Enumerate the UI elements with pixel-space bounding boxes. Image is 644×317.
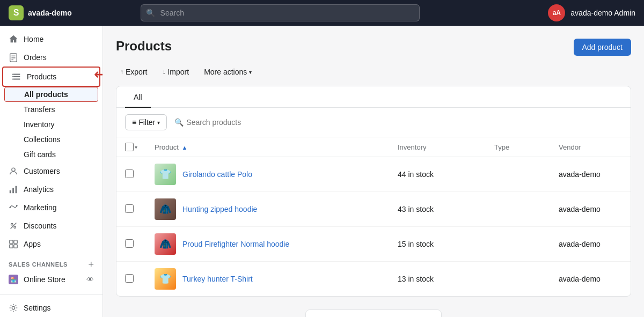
sidebar-item-customers[interactable]: Customers bbox=[0, 162, 103, 180]
store-name: avada-demo bbox=[28, 9, 72, 17]
online-store-icon: 🏪 bbox=[9, 275, 18, 284]
more-actions-button[interactable]: More actions ▾ bbox=[200, 64, 256, 79]
row-type-cell bbox=[486, 192, 550, 227]
import-button[interactable]: ↓ Import bbox=[158, 64, 193, 79]
import-icon: ↓ bbox=[162, 68, 165, 76]
inventory-label: Inventory bbox=[24, 120, 55, 129]
sidebar-channel-online-store[interactable]: 🏪 Online Store 👁 bbox=[0, 271, 103, 287]
products-card: All ≡ Filter ▾ 🔍 bbox=[116, 86, 631, 297]
toolbar: ↑ Export ↓ Import More actions ▾ bbox=[116, 64, 631, 79]
sidebar-sub-inventory[interactable]: Inventory bbox=[0, 117, 103, 132]
row-checkbox[interactable] bbox=[125, 239, 134, 248]
row-product-cell: 🧥 Hunting zipped hoodie bbox=[146, 192, 389, 227]
sidebar-sub-collections[interactable]: Collections bbox=[0, 132, 103, 147]
row-inventory-cell: 44 in stock bbox=[389, 157, 486, 192]
product-name-link[interactable]: Hunting zipped hoodie bbox=[182, 205, 257, 213]
row-checkbox[interactable] bbox=[125, 204, 134, 213]
product-thumbnail: 🧥 bbox=[155, 233, 176, 255]
row-inventory-cell: 15 in stock bbox=[389, 227, 486, 262]
apps-icon bbox=[9, 239, 18, 249]
svg-rect-17 bbox=[14, 240, 17, 244]
row-checkbox-cell bbox=[116, 157, 146, 192]
settings-icon bbox=[9, 303, 18, 313]
header-checkbox-col: ▾ bbox=[116, 137, 146, 157]
svg-point-5 bbox=[12, 76, 13, 77]
search-products-icon: 🔍 bbox=[174, 118, 184, 127]
product-name-link[interactable]: Girolando cattle Polo bbox=[182, 170, 252, 179]
home-icon bbox=[9, 34, 18, 44]
filter-button[interactable]: ≡ Filter ▾ bbox=[125, 114, 167, 130]
topnav-right: aA avada-demo Admin bbox=[548, 4, 635, 21]
sidebar-sub-gift-cards[interactable]: Gift cards bbox=[0, 147, 103, 162]
filter-chevron-icon: ▾ bbox=[157, 120, 160, 126]
products-icon bbox=[12, 72, 21, 82]
product-thumbnail: 👕 bbox=[155, 268, 176, 290]
product-name-link[interactable]: Turkey hunter T-Shirt bbox=[182, 275, 253, 283]
svg-point-20 bbox=[12, 306, 14, 309]
online-store-label: Online Store bbox=[24, 275, 65, 284]
sidebar-item-discounts[interactable]: Discounts bbox=[0, 217, 103, 235]
search-products-input[interactable] bbox=[171, 115, 622, 130]
row-inventory-cell: 43 in stock bbox=[389, 192, 486, 227]
add-channel-button[interactable]: + bbox=[88, 260, 94, 269]
svg-point-4 bbox=[12, 74, 13, 75]
header-product[interactable]: Product ▲ bbox=[146, 137, 389, 157]
marketing-label: Marketing bbox=[24, 203, 56, 212]
home-label: Home bbox=[24, 35, 43, 43]
shopify-icon: S bbox=[9, 5, 24, 20]
row-checkbox[interactable] bbox=[125, 169, 134, 178]
row-checkbox-cell bbox=[116, 262, 146, 297]
learn-more-box: ? Learn more about products. bbox=[305, 309, 442, 317]
row-vendor-cell: avada-demo bbox=[550, 262, 631, 297]
row-checkbox-cell bbox=[116, 192, 146, 227]
row-type-cell bbox=[486, 227, 550, 262]
product-thumb-image: 🧥 bbox=[155, 198, 176, 220]
sidebar-item-apps[interactable]: Apps bbox=[0, 235, 103, 253]
product-name-link[interactable]: Proud Firefighter Normal hoodie bbox=[182, 240, 289, 248]
eye-icon[interactable]: 👁 bbox=[86, 275, 94, 284]
row-checkbox[interactable] bbox=[125, 274, 134, 283]
export-button[interactable]: ↑ Export bbox=[116, 64, 151, 79]
filter-row: ≡ Filter ▾ 🔍 bbox=[116, 108, 631, 137]
channels-section-label: SALES CHANNELS bbox=[9, 261, 68, 268]
discounts-label: Discounts bbox=[24, 222, 56, 230]
avatar[interactable]: aA bbox=[548, 4, 565, 21]
svg-rect-10 bbox=[16, 186, 17, 194]
search-input[interactable] bbox=[141, 4, 420, 21]
sidebar: Home Orders Products ➜ All products bbox=[0, 26, 103, 317]
sidebar-item-home[interactable]: Home bbox=[0, 30, 103, 48]
sort-icon: ▲ bbox=[181, 144, 187, 151]
gift-cards-label: Gift cards bbox=[24, 150, 56, 159]
row-type-cell bbox=[486, 157, 550, 192]
sidebar-item-orders[interactable]: Orders bbox=[0, 48, 103, 67]
svg-point-12 bbox=[16, 205, 18, 207]
product-thumbnail: 👕 bbox=[155, 164, 176, 185]
sidebar-item-products[interactable]: Products bbox=[2, 67, 100, 87]
customers-icon bbox=[9, 166, 18, 176]
add-product-button[interactable]: Add product bbox=[574, 39, 632, 56]
select-arrow-icon[interactable]: ▾ bbox=[135, 144, 137, 150]
row-product-cell: 👕 Turkey hunter T-Shirt bbox=[146, 262, 389, 297]
sidebar-sub-all-products[interactable]: All products bbox=[4, 87, 98, 102]
products-submenu: All products Transfers Inventory Collect… bbox=[0, 87, 103, 162]
sidebar-item-settings[interactable]: Settings bbox=[0, 299, 103, 317]
select-all-checkbox[interactable] bbox=[125, 143, 134, 151]
orders-icon bbox=[9, 53, 18, 62]
svg-rect-19 bbox=[14, 245, 17, 248]
tab-all[interactable]: All bbox=[125, 86, 151, 108]
row-checkbox-cell bbox=[116, 227, 146, 262]
sidebar-sub-transfers[interactable]: Transfers bbox=[0, 102, 103, 117]
svg-point-14 bbox=[14, 226, 16, 228]
sidebar-item-marketing[interactable]: Marketing bbox=[0, 198, 103, 217]
search-icon: 🔍 bbox=[146, 9, 155, 17]
row-vendor-cell: avada-demo bbox=[550, 227, 631, 262]
analytics-label: Analytics bbox=[24, 185, 54, 194]
admin-label: avada-demo Admin bbox=[570, 9, 635, 17]
sidebar-item-analytics[interactable]: Analytics bbox=[0, 180, 103, 198]
product-thumb-image: 🧥 bbox=[155, 233, 176, 255]
app-logo[interactable]: S avada-demo bbox=[9, 5, 72, 20]
discounts-icon bbox=[9, 221, 18, 231]
row-product-cell: 👕 Girolando cattle Polo bbox=[146, 157, 389, 192]
products-tbody: 👕 Girolando cattle Polo 44 in stock avad… bbox=[116, 157, 631, 297]
channel-left: 🏪 Online Store bbox=[9, 275, 65, 284]
